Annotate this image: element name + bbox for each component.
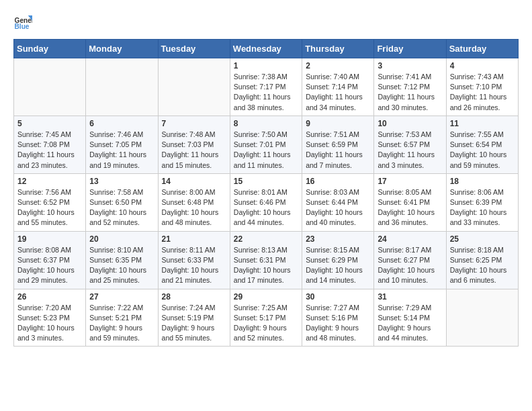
day-info: Sunrise: 7:38 AM Sunset: 7:17 PM Dayligh… <box>234 72 298 113</box>
day-number: 8 <box>234 119 298 128</box>
day-number: 11 <box>450 119 515 128</box>
day-number: 4 <box>450 61 515 71</box>
day-number: 17 <box>378 177 442 186</box>
day-number: 2 <box>306 61 370 71</box>
day-number: 15 <box>234 177 298 186</box>
calendar-cell <box>86 58 158 116</box>
day-number: 16 <box>306 177 370 186</box>
calendar-cell <box>158 58 230 116</box>
day-number: 29 <box>234 292 298 302</box>
calendar-cell: 18Sunrise: 8:06 AM Sunset: 6:39 PM Dayli… <box>446 173 518 231</box>
calendar-header-row: SundayMondayTuesdayWednesdayThursdayFrid… <box>14 40 519 58</box>
day-info: Sunrise: 7:24 AM Sunset: 5:19 PM Dayligh… <box>162 303 226 344</box>
calendar-cell: 1Sunrise: 7:38 AM Sunset: 7:17 PM Daylig… <box>230 58 302 116</box>
day-info: Sunrise: 8:18 AM Sunset: 6:25 PM Dayligh… <box>450 245 515 286</box>
day-info: Sunrise: 7:41 AM Sunset: 7:12 PM Dayligh… <box>378 72 442 113</box>
day-info: Sunrise: 8:15 AM Sunset: 6:29 PM Dayligh… <box>306 245 370 286</box>
day-info: Sunrise: 8:08 AM Sunset: 6:37 PM Dayligh… <box>17 245 82 286</box>
calendar-cell: 28Sunrise: 7:24 AM Sunset: 5:19 PM Dayli… <box>158 289 230 347</box>
day-info: Sunrise: 7:43 AM Sunset: 7:10 PM Dayligh… <box>450 72 515 113</box>
calendar-cell: 8Sunrise: 7:50 AM Sunset: 7:01 PM Daylig… <box>230 116 302 173</box>
day-info: Sunrise: 8:03 AM Sunset: 6:44 PM Dayligh… <box>306 187 370 228</box>
day-number: 31 <box>378 292 442 302</box>
day-number: 13 <box>89 177 154 186</box>
day-info: Sunrise: 7:46 AM Sunset: 7:05 PM Dayligh… <box>89 130 154 171</box>
weekday-header: Tuesday <box>158 40 230 58</box>
calendar-cell <box>14 58 86 116</box>
calendar-cell: 3Sunrise: 7:41 AM Sunset: 7:12 PM Daylig… <box>374 58 446 116</box>
logo-icon: General Blue <box>13 13 32 32</box>
weekday-header: Wednesday <box>230 40 302 58</box>
calendar-cell: 9Sunrise: 7:51 AM Sunset: 6:59 PM Daylig… <box>302 116 374 173</box>
day-number: 28 <box>162 292 226 302</box>
calendar-cell: 10Sunrise: 7:53 AM Sunset: 6:57 PM Dayli… <box>374 116 446 173</box>
weekday-header: Saturday <box>446 40 518 58</box>
calendar-cell: 30Sunrise: 7:27 AM Sunset: 5:16 PM Dayli… <box>302 289 374 347</box>
day-info: Sunrise: 7:22 AM Sunset: 5:21 PM Dayligh… <box>89 303 154 344</box>
calendar-cell: 21Sunrise: 8:11 AM Sunset: 6:33 PM Dayli… <box>158 231 230 289</box>
calendar-cell: 2Sunrise: 7:40 AM Sunset: 7:14 PM Daylig… <box>302 58 374 116</box>
day-info: Sunrise: 8:00 AM Sunset: 6:48 PM Dayligh… <box>162 187 226 228</box>
calendar-cell: 25Sunrise: 8:18 AM Sunset: 6:25 PM Dayli… <box>446 231 518 289</box>
calendar-week-row: 12Sunrise: 7:56 AM Sunset: 6:52 PM Dayli… <box>14 173 519 231</box>
day-info: Sunrise: 7:51 AM Sunset: 6:59 PM Dayligh… <box>306 130 370 171</box>
weekday-header: Friday <box>374 40 446 58</box>
day-info: Sunrise: 7:53 AM Sunset: 6:57 PM Dayligh… <box>378 130 442 171</box>
day-info: Sunrise: 7:20 AM Sunset: 5:23 PM Dayligh… <box>17 303 82 344</box>
day-info: Sunrise: 7:25 AM Sunset: 5:17 PM Dayligh… <box>234 303 298 344</box>
calendar-week-row: 26Sunrise: 7:20 AM Sunset: 5:23 PM Dayli… <box>14 289 519 347</box>
calendar-cell: 16Sunrise: 8:03 AM Sunset: 6:44 PM Dayli… <box>302 173 374 231</box>
day-number: 21 <box>162 234 226 244</box>
calendar-week-row: 19Sunrise: 8:08 AM Sunset: 6:37 PM Dayli… <box>14 231 519 289</box>
day-info: Sunrise: 7:58 AM Sunset: 6:50 PM Dayligh… <box>89 187 154 228</box>
day-number: 3 <box>378 61 442 71</box>
calendar-cell: 29Sunrise: 7:25 AM Sunset: 5:17 PM Dayli… <box>230 289 302 347</box>
day-info: Sunrise: 7:55 AM Sunset: 6:54 PM Dayligh… <box>450 130 515 171</box>
calendar-cell: 6Sunrise: 7:46 AM Sunset: 7:05 PM Daylig… <box>86 116 158 173</box>
day-number: 22 <box>234 234 298 244</box>
calendar-cell: 17Sunrise: 8:05 AM Sunset: 6:41 PM Dayli… <box>374 173 446 231</box>
day-info: Sunrise: 8:06 AM Sunset: 6:39 PM Dayligh… <box>450 187 515 228</box>
calendar-cell: 5Sunrise: 7:45 AM Sunset: 7:08 PM Daylig… <box>14 116 86 173</box>
weekday-header: Sunday <box>14 40 86 58</box>
calendar: SundayMondayTuesdayWednesdayThursdayFrid… <box>13 39 519 347</box>
day-info: Sunrise: 7:27 AM Sunset: 5:16 PM Dayligh… <box>306 303 370 344</box>
day-number: 23 <box>306 234 370 244</box>
svg-text:Blue: Blue <box>15 23 30 30</box>
calendar-cell: 22Sunrise: 8:13 AM Sunset: 6:31 PM Dayli… <box>230 231 302 289</box>
day-number: 27 <box>89 292 154 302</box>
page-header: General Blue <box>13 13 519 32</box>
day-info: Sunrise: 7:40 AM Sunset: 7:14 PM Dayligh… <box>306 72 370 113</box>
day-number: 6 <box>89 119 154 128</box>
calendar-cell: 14Sunrise: 8:00 AM Sunset: 6:48 PM Dayli… <box>158 173 230 231</box>
day-info: Sunrise: 8:01 AM Sunset: 6:46 PM Dayligh… <box>234 187 298 228</box>
day-info: Sunrise: 8:10 AM Sunset: 6:35 PM Dayligh… <box>89 245 154 286</box>
day-info: Sunrise: 8:17 AM Sunset: 6:27 PM Dayligh… <box>378 245 442 286</box>
day-info: Sunrise: 7:48 AM Sunset: 7:03 PM Dayligh… <box>162 130 226 171</box>
calendar-cell: 19Sunrise: 8:08 AM Sunset: 6:37 PM Dayli… <box>14 231 86 289</box>
calendar-cell: 7Sunrise: 7:48 AM Sunset: 7:03 PM Daylig… <box>158 116 230 173</box>
day-number: 19 <box>17 234 82 244</box>
calendar-cell: 27Sunrise: 7:22 AM Sunset: 5:21 PM Dayli… <box>86 289 158 347</box>
calendar-cell: 31Sunrise: 7:29 AM Sunset: 5:14 PM Dayli… <box>374 289 446 347</box>
day-number: 5 <box>17 119 82 128</box>
day-number: 7 <box>162 119 226 128</box>
day-number: 9 <box>306 119 370 128</box>
day-number: 18 <box>450 177 515 186</box>
weekday-header: Thursday <box>302 40 374 58</box>
day-info: Sunrise: 8:11 AM Sunset: 6:33 PM Dayligh… <box>162 245 226 286</box>
calendar-week-row: 1Sunrise: 7:38 AM Sunset: 7:17 PM Daylig… <box>14 58 519 116</box>
calendar-cell: 15Sunrise: 8:01 AM Sunset: 6:46 PM Dayli… <box>230 173 302 231</box>
calendar-cell: 20Sunrise: 8:10 AM Sunset: 6:35 PM Dayli… <box>86 231 158 289</box>
day-number: 25 <box>450 234 515 244</box>
logo: General Blue <box>13 13 34 32</box>
day-info: Sunrise: 8:05 AM Sunset: 6:41 PM Dayligh… <box>378 187 442 228</box>
calendar-cell: 12Sunrise: 7:56 AM Sunset: 6:52 PM Dayli… <box>14 173 86 231</box>
calendar-cell: 26Sunrise: 7:20 AM Sunset: 5:23 PM Dayli… <box>14 289 86 347</box>
day-info: Sunrise: 7:56 AM Sunset: 6:52 PM Dayligh… <box>17 187 82 228</box>
calendar-cell <box>446 289 518 347</box>
day-number: 20 <box>89 234 154 244</box>
day-number: 10 <box>378 119 442 128</box>
day-number: 1 <box>234 61 298 71</box>
calendar-cell: 24Sunrise: 8:17 AM Sunset: 6:27 PM Dayli… <box>374 231 446 289</box>
